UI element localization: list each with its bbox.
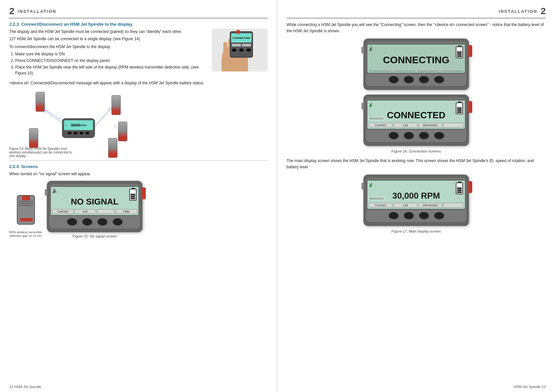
connected-buttons: Connect List Disconnect bbox=[369, 123, 464, 127]
svg-marker-7 bbox=[369, 182, 372, 187]
section-223-num: 2.2.3 bbox=[9, 22, 21, 27]
spindle-1 bbox=[36, 92, 45, 112]
step-1: Make sure the display is ON. bbox=[15, 51, 207, 57]
cd-disconnect-btn[interactable]: Disconnect bbox=[418, 123, 442, 127]
rpm-battery bbox=[456, 182, 463, 194]
spindle-4 bbox=[108, 138, 117, 158]
connected-text: CONNECTED bbox=[387, 110, 445, 121]
cd-list-btn[interactable]: List bbox=[393, 123, 417, 127]
connect-btn[interactable]: Connect bbox=[52, 209, 74, 214]
connected-side-tab bbox=[468, 101, 472, 113]
left-tab bbox=[45, 189, 47, 196]
rpm-left-tab bbox=[361, 183, 364, 189]
connected-id: ID#XXXXX bbox=[369, 117, 385, 120]
rpm-phys-btn-4[interactable] bbox=[434, 212, 444, 219]
nosignal-device-outer: NO SIGNAL Connect List Help bbox=[47, 181, 142, 232]
rpm-signal-icon bbox=[369, 182, 374, 188]
cd-phys-btn-3[interactable] bbox=[419, 132, 428, 139]
connected-outer-wrap: CONNECTED ID#XXXXX Connect List Disconne… bbox=[363, 95, 469, 146]
connecting-outer-wrap: CONNECTING bbox=[363, 39, 469, 90]
rpm-screen: 30,000 RPM ID#XXXXX Connect List Disconn… bbox=[367, 180, 466, 210]
connecting-phys-btns bbox=[389, 76, 444, 83]
connected-signal-icon bbox=[369, 102, 374, 108]
transmitter-caption: RPM wireless transmitter detection gap 1… bbox=[9, 231, 42, 238]
page-footer: 12 HSM Jet Spindle HSM Jet Spindle 13 bbox=[0, 385, 555, 389]
connected-device-outer: CONNECTED ID#XXXXX Connect List Disconne… bbox=[363, 95, 469, 146]
nosignal-screen: NO SIGNAL Connect List Help bbox=[50, 186, 139, 216]
device-id-text: <device id> Connected/Disconnected messa… bbox=[9, 80, 268, 86]
fig14-caption: Figure 14: Many HSM Jet Spindles (not wo… bbox=[9, 147, 75, 158]
phys-btn-3[interactable] bbox=[98, 218, 107, 225]
rpm-phys-btn-1[interactable] bbox=[389, 212, 398, 219]
cd-phys-btn-2[interactable] bbox=[404, 132, 413, 139]
left-page-num: 2 bbox=[9, 6, 15, 16]
c-empty3 bbox=[417, 71, 440, 71]
section-224-label: Screens bbox=[21, 164, 38, 169]
connected-device-wrap: CONNECTED ID#XXXXX Connect List Disconne… bbox=[287, 95, 546, 146]
battery-icon bbox=[129, 189, 137, 201]
c-empty2 bbox=[393, 71, 416, 71]
section-224-heading: 2.2.4 Screens bbox=[9, 164, 268, 169]
phys-btn-1[interactable] bbox=[67, 218, 77, 225]
nosignal-text: NO SIGNAL bbox=[71, 197, 118, 207]
fig17-caption: Figure 17: Main display screen bbox=[287, 229, 546, 233]
nosignal-device-inner: NO SIGNAL Connect List Help bbox=[49, 184, 140, 228]
rpm-disconnect-btn[interactable]: Disconnect bbox=[418, 203, 442, 208]
footer-left: 12 HSM Jet Spindle bbox=[9, 385, 41, 389]
connected-device-inner: CONNECTED ID#XXXXX Connect List Disconne… bbox=[366, 98, 466, 142]
c-phys-btn-4[interactable] bbox=[434, 76, 444, 83]
connecting-device-outer: CONNECTING bbox=[363, 39, 469, 90]
cd-phys-btn-1[interactable] bbox=[389, 132, 398, 139]
section-223-para1: The display and the HSM Jet Spindle must… bbox=[9, 29, 207, 35]
rpm-id: ID#XXXXX bbox=[369, 197, 385, 200]
spindle-5 bbox=[29, 128, 38, 148]
rpm-connect-btn[interactable]: Connect bbox=[369, 203, 392, 208]
spindle-3 bbox=[118, 122, 127, 141]
svg-marker-6 bbox=[369, 102, 372, 107]
cd-phys-btn-4[interactable] bbox=[434, 132, 444, 139]
transmitter-device: ←→ bbox=[17, 195, 35, 225]
cd-connect-btn[interactable]: Connect bbox=[369, 123, 392, 127]
nosignal-buttons: Connect List Help bbox=[52, 209, 137, 214]
rpm-empty-btn bbox=[443, 203, 464, 208]
svg-text:ᛒ: ᛒ bbox=[114, 124, 117, 129]
connecting-device-wrap: CONNECTING bbox=[287, 39, 546, 90]
spindle-2 bbox=[111, 95, 121, 115]
section-224-body: When turned on "no signal" screen will a… bbox=[9, 171, 268, 177]
section-223-para2: 127 HSM Jet Spindle can be connected to … bbox=[9, 36, 207, 42]
rpm-phys-btn-3[interactable] bbox=[419, 212, 428, 219]
rpm-list-btn[interactable]: List bbox=[393, 203, 417, 208]
fig15-caption: Figure 15: No signal screen bbox=[47, 234, 142, 238]
connected-battery bbox=[456, 102, 463, 114]
footer-right: HSM Jet Spindle 13 bbox=[514, 385, 546, 389]
rpm-side-tab bbox=[468, 181, 472, 193]
phys-btn-2[interactable] bbox=[82, 218, 92, 225]
c-phys-btn-3[interactable] bbox=[419, 76, 428, 83]
connecting-battery bbox=[456, 46, 463, 58]
help-btn[interactable]: Help bbox=[116, 209, 137, 214]
connecting-signal-icon bbox=[369, 46, 374, 52]
rpm-outer-wrap: 30,000 RPM ID#XXXXX Connect List Disconn… bbox=[363, 175, 469, 226]
rpm-phys-btns bbox=[389, 212, 444, 219]
section-224-num: 2.2.4 bbox=[9, 164, 21, 169]
right-page-title: INSTALLATION bbox=[499, 9, 537, 14]
c-phys-btn-2[interactable] bbox=[404, 76, 413, 83]
step-3: Place the HSM Jet Spindle near the left … bbox=[15, 64, 207, 76]
connected-screen: CONNECTED ID#XXXXX Connect List Disconne… bbox=[367, 100, 466, 129]
left-page-title: INSTALLATION bbox=[18, 9, 56, 14]
connecting-bottom bbox=[369, 71, 464, 71]
step-2: Press CONNECT/DISCONNECT on the display … bbox=[15, 58, 207, 64]
rpm-phys-btn-2[interactable] bbox=[404, 212, 413, 219]
physical-buttons-row bbox=[67, 218, 122, 225]
steps-intro: To connect/disconnect the HSM Jet Spindl… bbox=[9, 44, 207, 76]
side-tab bbox=[142, 187, 146, 199]
c-phys-btn-1[interactable] bbox=[389, 76, 398, 83]
phys-btn-4[interactable] bbox=[113, 218, 122, 225]
left-header: 2 INSTALLATION bbox=[9, 6, 268, 18]
rpm-main-text: 30,000 RPM bbox=[392, 191, 440, 201]
rpm-device-outer: 30,000 RPM ID#XXXXX Connect List Disconn… bbox=[363, 175, 469, 226]
steps-list: Make sure the display is ON. Press CONNE… bbox=[15, 51, 207, 76]
connected-phys-btns bbox=[389, 132, 444, 139]
list-btn[interactable]: List bbox=[75, 209, 96, 214]
connecting-left-tab bbox=[361, 47, 364, 53]
